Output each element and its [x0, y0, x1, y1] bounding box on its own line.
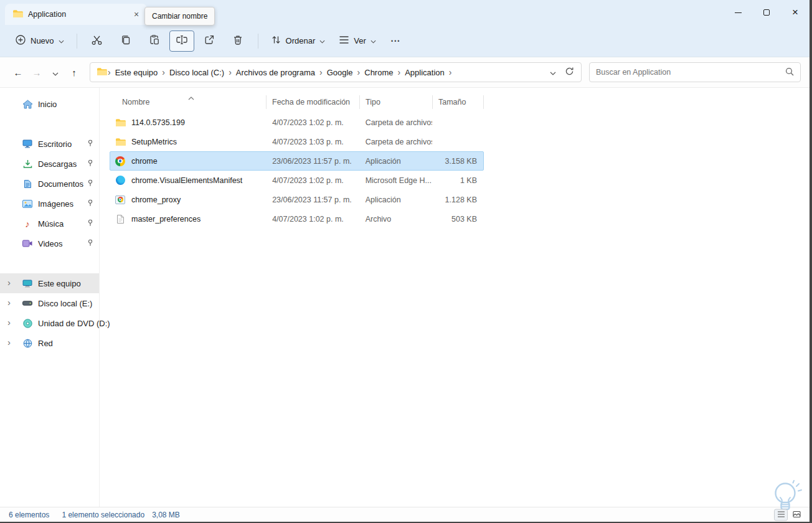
sidebar-item-label: Red: [38, 339, 53, 348]
chevron-right-icon[interactable]: ›: [7, 317, 11, 327]
breadcrumb-local-disk-c[interactable]: Disco local (C:): [166, 68, 228, 77]
address-row: ← → ↑ › Este equipo › Disco local (C:) ›…: [0, 57, 810, 88]
address-dropdown-button[interactable]: [545, 64, 561, 80]
sidebar-item-label: Música: [38, 219, 64, 229]
view-button[interactable]: Ver: [333, 30, 382, 52]
details-view-button[interactable]: [774, 509, 788, 521]
cut-button[interactable]: [83, 30, 111, 52]
edge-html-icon: [115, 176, 126, 185]
thumbnail-view-button[interactable]: [790, 509, 803, 521]
window-controls: ×: [724, 0, 810, 25]
address-bar[interactable]: › Este equipo › Disco local (C:) › Archi…: [90, 62, 582, 82]
music-icon: ♪: [21, 219, 34, 229]
file-name: chrome: [131, 157, 158, 166]
sidebar-item-desktop[interactable]: Escritorio: [0, 134, 99, 154]
tab-close-icon[interactable]: ×: [131, 9, 142, 20]
sidebar-item-pictures[interactable]: Imágenes: [0, 194, 99, 214]
column-header-label: Fecha de modificación: [272, 98, 350, 106]
tooltip-rename: Cambiar nombre: [144, 7, 215, 26]
pin-icon: [87, 159, 93, 169]
minimize-button[interactable]: [724, 0, 752, 25]
column-header-type[interactable]: Tipo: [360, 95, 433, 109]
maximize-button[interactable]: [752, 0, 781, 25]
sort-ascending-icon: [188, 93, 194, 102]
folder-icon: [12, 9, 23, 20]
chevron-right-icon[interactable]: ›: [7, 277, 11, 288]
file-size: 1.128 KB: [432, 196, 483, 204]
table-row-visualelementsmanifest[interactable]: chrome.VisualElementsManifest 4/07/2023 …: [110, 171, 484, 190]
file-icon: [115, 214, 126, 224]
search-input[interactable]: [596, 68, 785, 77]
chevron-right-icon[interactable]: ›: [7, 337, 11, 347]
file-type: Aplicación: [360, 157, 433, 166]
scissors-icon: [91, 34, 103, 48]
sidebar-item-documents[interactable]: Documentos: [0, 174, 99, 194]
search-box[interactable]: [589, 62, 801, 82]
file-type: Carpeta de archivos: [360, 118, 433, 127]
status-bar: 6 elementos 1 elemento seleccionado 3,08…: [0, 507, 810, 522]
column-header-label: Tipo: [366, 98, 380, 106]
folder-icon: [97, 67, 107, 78]
selection-count: 1 elemento seleccionado: [62, 511, 144, 519]
table-row-chrome-selected[interactable]: chrome 23/06/2023 11:57 p. m. Aplicación…: [110, 151, 484, 171]
forward-button[interactable]: →: [27, 63, 46, 82]
folder-icon: [115, 118, 126, 127]
column-header-name[interactable]: Nombre: [110, 95, 267, 109]
sidebar-item-label: Escritorio: [38, 139, 72, 149]
close-button[interactable]: ×: [781, 0, 810, 25]
sidebar-item-this-pc[interactable]: › Este equipo: [0, 273, 99, 293]
table-row-master-preferences[interactable]: master_preferences 4/07/2023 1:02 p. m. …: [110, 209, 484, 229]
trash-icon: [232, 34, 243, 47]
breadcrumb-program-files[interactable]: Archivos de programa: [232, 68, 319, 77]
desktop-icon: [21, 139, 34, 148]
table-row-chrome-proxy[interactable]: chrome_proxy 23/06/2023 11:57 p. m. Apli…: [110, 190, 484, 209]
sidebar-item-home[interactable]: Inicio: [0, 94, 99, 114]
history-dropdown-button[interactable]: [46, 63, 65, 82]
column-header-date[interactable]: Fecha de modificación: [267, 95, 360, 109]
explorer-tab[interactable]: Application ×: [5, 4, 147, 25]
new-button[interactable]: Nuevo: [9, 30, 70, 52]
pictures-icon: [21, 200, 34, 208]
toolbar-separator: [77, 34, 77, 49]
delete-button[interactable]: [224, 30, 252, 52]
paste-button[interactable]: [141, 30, 168, 52]
view-toggles: [774, 509, 803, 521]
breadcrumb-separator: ›: [448, 67, 453, 77]
column-header-label: Tamaño: [438, 98, 466, 106]
toolbar-separator: [258, 34, 258, 49]
sidebar-item-local-disk-e[interactable]: › Disco local (E:): [0, 293, 99, 313]
sidebar-item-dvd-drive-d[interactable]: › Unidad de DVD (D:): [0, 313, 99, 333]
table-row-114-0-5735-199[interactable]: 114.0.5735.199 4/07/2023 1:02 p. m. Carp…: [110, 113, 484, 132]
breadcrumb-separator: ›: [107, 67, 111, 77]
table-row-setupmetrics[interactable]: SetupMetrics 4/07/2023 1:03 p. m. Carpet…: [110, 132, 484, 151]
selection-size: 3,08 MB: [152, 511, 180, 519]
column-header-size[interactable]: Tamaño: [433, 95, 484, 109]
file-date: 23/06/2023 11:57 p. m.: [267, 157, 360, 166]
sidebar-item-network[interactable]: › Red: [0, 333, 99, 353]
breadcrumb-chrome[interactable]: Chrome: [361, 68, 397, 77]
up-button[interactable]: ↑: [65, 63, 83, 82]
copy-button[interactable]: [112, 30, 139, 52]
title-bar: Application × Cambiar nombre ×: [0, 0, 810, 25]
breadcrumb-google[interactable]: Google: [323, 68, 357, 77]
pin-icon: [87, 219, 93, 229]
file-size: 3.158 KB: [432, 157, 483, 166]
file-name: master_preferences: [131, 215, 201, 224]
file-name: 114.0.5735.199: [131, 118, 185, 127]
refresh-button[interactable]: [561, 64, 577, 80]
sidebar-item-downloads[interactable]: Descargas: [0, 154, 99, 174]
sort-button[interactable]: Ordenar: [265, 30, 332, 52]
more-options-button[interactable]: •••: [384, 30, 408, 52]
thumbnail-view-icon: [793, 510, 801, 519]
rename-button[interactable]: [169, 31, 194, 52]
sidebar-item-music[interactable]: ♪ Música: [0, 214, 99, 233]
breadcrumb-this-pc[interactable]: Este equipo: [111, 68, 162, 77]
file-size: 1 KB: [432, 176, 483, 185]
breadcrumb-application[interactable]: Application: [401, 68, 448, 77]
sort-arrows-icon: [271, 35, 281, 47]
chevron-right-icon[interactable]: ›: [7, 297, 11, 308]
share-button[interactable]: [196, 30, 223, 52]
item-count: 6 elementos: [9, 511, 49, 519]
sidebar-item-videos[interactable]: Videos: [0, 233, 99, 253]
back-button[interactable]: ←: [9, 63, 27, 82]
